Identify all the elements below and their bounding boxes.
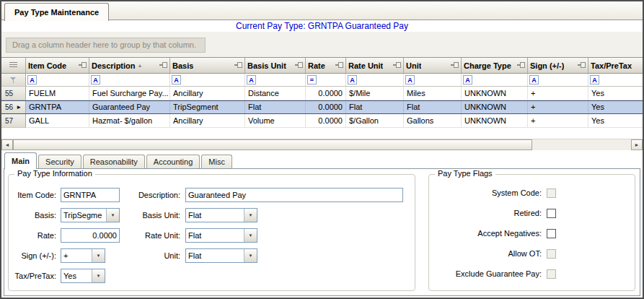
rate-unit-combo[interactable]: Flat ▼ bbox=[185, 228, 257, 243]
item-code-input[interactable] bbox=[61, 188, 120, 202]
dropdown-button[interactable]: ▼ bbox=[244, 249, 257, 262]
grid-cell[interactable]: $/Gallon bbox=[346, 114, 404, 128]
tab-misc[interactable]: Misc bbox=[201, 155, 232, 168]
column-header-charge-type[interactable]: Charge Type bbox=[462, 58, 528, 74]
table-row[interactable]: 56►GRNTPAGuaranteed PayTripSegmentFlat0.… bbox=[1, 100, 643, 114]
grid-cell[interactable]: + bbox=[528, 101, 588, 113]
column-header-item-code[interactable]: Item Code bbox=[26, 58, 89, 74]
scroll-left-button[interactable]: ◄ bbox=[1, 139, 13, 150]
pin-icon[interactable] bbox=[335, 62, 343, 69]
pin-icon[interactable] bbox=[393, 62, 401, 69]
filter-operator-icon[interactable]: A bbox=[348, 75, 357, 84]
grid-cell[interactable]: Volume bbox=[245, 114, 306, 128]
table-row[interactable]: 57GALLHazmat- $/gallonAncillaryVolume0.0… bbox=[1, 114, 643, 128]
accept-negatives-checkbox[interactable] bbox=[547, 229, 556, 238]
filter-cell-rate[interactable]: = bbox=[306, 74, 346, 86]
grid-cell[interactable]: 0.0000 bbox=[306, 114, 346, 128]
sign-combo[interactable]: + ▼ bbox=[61, 248, 105, 263]
grid-cell[interactable]: Distance bbox=[245, 87, 306, 100]
grid-cell[interactable]: Ancillary bbox=[170, 87, 245, 100]
pin-icon[interactable] bbox=[79, 62, 87, 69]
grid-cell[interactable]: UNKNOWN bbox=[462, 101, 528, 113]
grid-cell[interactable]: Flat bbox=[245, 101, 306, 113]
tab-reasonability[interactable]: Reasonability bbox=[83, 155, 145, 168]
scrollbar-track[interactable] bbox=[13, 139, 631, 150]
column-header-sign[interactable]: Sign (+/-) bbox=[528, 58, 588, 74]
column-header-rate-unit[interactable]: Rate Unit bbox=[346, 58, 404, 74]
filter-cell-unit[interactable]: A bbox=[404, 74, 462, 86]
filter-cell-basis-unit[interactable]: A bbox=[245, 74, 306, 86]
filter-cell-charge-type[interactable]: A bbox=[462, 74, 528, 86]
unit-combo[interactable]: Flat ▼ bbox=[185, 248, 257, 263]
filter-operator-icon[interactable]: = bbox=[307, 75, 317, 84]
grid-cell[interactable]: 0.0000 bbox=[306, 101, 346, 113]
grid-cell[interactable]: Fuel Surcharge Pay... bbox=[89, 87, 170, 100]
grid-cell[interactable]: FUELM bbox=[26, 87, 89, 100]
dropdown-button[interactable]: ▼ bbox=[244, 209, 257, 222]
dropdown-button[interactable]: ▼ bbox=[244, 229, 257, 242]
grid-cell[interactable]: Yes bbox=[588, 87, 643, 100]
grid-cell[interactable]: + bbox=[528, 114, 588, 128]
dropdown-button[interactable]: ▼ bbox=[106, 209, 119, 222]
grid-cell[interactable]: UNKNOWN bbox=[462, 114, 528, 128]
tab-accounting[interactable]: Accounting bbox=[146, 155, 200, 168]
row-indicator[interactable]: 55 bbox=[1, 87, 26, 100]
group-by-panel[interactable]: Drag a column header here to group by th… bbox=[1, 32, 643, 58]
basis-combo[interactable]: TripSegme ▼ bbox=[61, 208, 120, 222]
row-indicator[interactable]: 57 bbox=[1, 114, 26, 128]
grid-cell[interactable]: GALL bbox=[26, 114, 89, 128]
row-indicator[interactable]: 56► bbox=[1, 101, 26, 113]
grid-cell[interactable]: $/Mile bbox=[346, 87, 404, 100]
filter-cell-description[interactable]: A bbox=[89, 74, 170, 86]
rate-input[interactable] bbox=[61, 228, 120, 243]
filter-operator-icon[interactable]: A bbox=[463, 75, 472, 84]
grid-cell[interactable]: UNKNOWN bbox=[462, 87, 528, 100]
filter-operator-icon[interactable]: A bbox=[529, 75, 539, 84]
grid-cell[interactable]: Hazmat- $/gallon bbox=[89, 114, 170, 128]
filter-operator-icon[interactable]: A bbox=[27, 75, 37, 84]
grid-cell[interactable]: GRNTPA bbox=[26, 101, 89, 113]
pin-icon[interactable] bbox=[295, 62, 303, 69]
filter-cell-item-code[interactable]: A bbox=[26, 74, 89, 86]
filter-operator-icon[interactable]: A bbox=[405, 75, 415, 84]
column-header-rate[interactable]: Rate bbox=[306, 58, 346, 74]
pin-icon[interactable] bbox=[234, 62, 242, 69]
filter-operator-icon[interactable]: A bbox=[172, 75, 181, 84]
pin-icon[interactable] bbox=[159, 62, 167, 69]
pin-icon[interactable] bbox=[578, 62, 586, 69]
description-input[interactable] bbox=[185, 188, 403, 202]
scroll-right-button[interactable]: ► bbox=[631, 139, 643, 150]
column-header-basis-unit[interactable]: Basis Unit bbox=[245, 58, 306, 74]
column-header-unit[interactable]: Unit bbox=[404, 58, 462, 74]
column-header-description[interactable]: Description▲ bbox=[89, 58, 170, 74]
pin-icon[interactable] bbox=[517, 62, 525, 69]
grid-cell[interactable]: 0.0000 bbox=[306, 87, 346, 100]
dropdown-button[interactable]: ▼ bbox=[92, 269, 105, 282]
grid-cell[interactable]: Ancillary bbox=[170, 114, 245, 128]
filter-cell-rate-unit[interactable]: A bbox=[346, 74, 404, 86]
table-row[interactable]: 55FUELMFuel Surcharge Pay...AncillaryDis… bbox=[1, 87, 643, 100]
filter-operator-icon[interactable]: A bbox=[247, 75, 256, 84]
tab-pay-type-maintenance[interactable]: Pay Type Maintenance bbox=[4, 3, 109, 21]
column-header-basis[interactable]: Basis bbox=[170, 58, 245, 74]
retired-checkbox[interactable] bbox=[547, 209, 556, 218]
grid-cell[interactable]: Yes bbox=[588, 101, 643, 113]
dropdown-button[interactable]: ▼ bbox=[92, 249, 105, 262]
grid-cell[interactable]: Guaranteed Pay bbox=[89, 101, 170, 113]
filter-cell-basis[interactable]: A bbox=[170, 74, 245, 86]
filter-operator-icon[interactable]: A bbox=[91, 75, 100, 84]
filter-cell-sign[interactable]: A bbox=[528, 74, 588, 86]
filter-operator-icon[interactable]: A bbox=[590, 75, 599, 84]
tax-pretax-combo[interactable]: Yes ▼ bbox=[61, 269, 105, 283]
column-header-tax-pretax[interactable]: Tax/PreTax bbox=[588, 58, 643, 74]
basis-unit-combo[interactable]: Flat ▼ bbox=[185, 208, 257, 222]
grid-cell[interactable]: Gallons bbox=[404, 114, 462, 128]
grid-cell[interactable]: Yes bbox=[588, 114, 643, 128]
tab-main[interactable]: Main bbox=[4, 152, 37, 169]
filter-cell-tax-pretax[interactable]: A bbox=[588, 74, 643, 86]
grid-cell[interactable]: Miles bbox=[404, 87, 462, 100]
grid-cell[interactable]: Flat bbox=[346, 101, 404, 113]
pin-icon[interactable] bbox=[451, 62, 459, 69]
grid-corner-cell[interactable] bbox=[1, 58, 26, 74]
tab-security[interactable]: Security bbox=[38, 155, 81, 168]
